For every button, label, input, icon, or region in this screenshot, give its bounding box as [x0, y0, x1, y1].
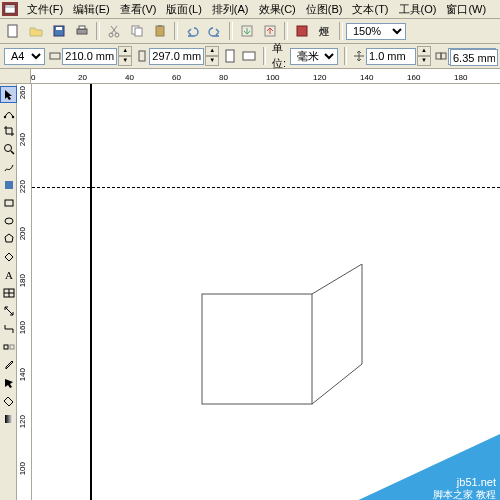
standard-toolbar: 烴 150% [0, 19, 500, 44]
nudge-field: ▲▼ [353, 46, 431, 66]
menu-layout[interactable]: 版面(L) [161, 2, 206, 17]
page-width-input[interactable] [62, 48, 117, 65]
pick-tool[interactable] [0, 86, 17, 103]
zoom-tool[interactable] [0, 140, 17, 157]
open-button[interactable] [25, 20, 47, 42]
save-button[interactable] [48, 20, 70, 42]
height-spinner[interactable]: ▲▼ [205, 46, 219, 66]
portrait-button[interactable] [223, 45, 237, 67]
svg-point-27 [5, 218, 13, 224]
import-button[interactable] [236, 20, 258, 42]
separator [229, 22, 233, 40]
canvas[interactable]: jb51.net 脚本之家 教程 [32, 84, 500, 500]
menu-file[interactable]: 文件(F) [22, 2, 68, 17]
drawing-content [192, 264, 392, 414]
new-button[interactable] [2, 20, 24, 42]
menu-bar: 文件(F) 编辑(E) 查看(V) 版面(L) 排列(A) 效果(C) 位图(B… [0, 0, 500, 19]
nudge-spinner[interactable]: ▲▼ [417, 46, 431, 66]
duplicate-y-field [450, 49, 498, 66]
page-width-field: ▲▼ [49, 46, 132, 66]
unit-select[interactable]: 毫米 [290, 48, 338, 65]
svg-rect-14 [297, 26, 307, 36]
crop-tool[interactable] [0, 122, 17, 139]
eyedropper-tool[interactable] [0, 356, 17, 373]
print-button[interactable] [71, 20, 93, 42]
polygon-tool[interactable] [0, 230, 17, 247]
shape-tool[interactable] [0, 104, 17, 121]
app-icon [2, 2, 18, 16]
menu-arrange[interactable]: 排列(A) [207, 2, 254, 17]
svg-rect-4 [77, 29, 87, 34]
ruler-horizontal[interactable]: 020406080100120140160180 [31, 69, 500, 84]
width-spinner[interactable]: ▲▼ [118, 46, 132, 66]
workspace: A 260240220200180160140120100 jb51.net 脚… [0, 84, 500, 500]
svg-rect-26 [5, 200, 13, 206]
redo-button[interactable] [204, 20, 226, 42]
menu-text[interactable]: 文本(T) [347, 2, 393, 17]
watermark-site: jb51.net [433, 476, 496, 488]
connector-tool[interactable] [0, 320, 17, 337]
dimension-tool[interactable] [0, 302, 17, 319]
dup-x-icon [435, 50, 447, 62]
svg-text:烴: 烴 [318, 26, 329, 37]
text-tool[interactable]: A [0, 266, 17, 283]
menu-effects[interactable]: 效果(C) [254, 2, 301, 17]
interactive-blend-tool[interactable] [0, 338, 17, 355]
page-height-field: ▲▼ [136, 46, 219, 66]
landscape-button[interactable] [241, 45, 257, 67]
table-tool[interactable] [0, 284, 17, 301]
svg-rect-33 [202, 294, 312, 404]
svg-rect-30 [4, 345, 8, 349]
page-edge [90, 84, 92, 500]
menu-tools[interactable]: 工具(O) [394, 2, 442, 17]
app-launcher-button[interactable] [291, 20, 313, 42]
svg-rect-9 [135, 28, 142, 36]
separator [96, 22, 100, 40]
menu-edit[interactable]: 编辑(E) [68, 2, 115, 17]
svg-rect-1 [8, 25, 17, 37]
fill-tool[interactable] [0, 392, 17, 409]
outline-tool[interactable] [0, 374, 17, 391]
height-icon [136, 50, 148, 62]
unit-label: 单位: [272, 41, 286, 71]
interactive-fill-tool[interactable] [0, 410, 17, 427]
svg-rect-32 [5, 415, 13, 423]
nudge-icon [353, 50, 365, 62]
separator [284, 22, 288, 40]
svg-rect-10 [156, 26, 164, 36]
copy-button[interactable] [126, 20, 148, 42]
dup-y-input[interactable] [450, 49, 498, 66]
nudge-input[interactable] [366, 48, 416, 65]
freehand-tool[interactable] [0, 158, 17, 175]
corel-online-button[interactable]: 烴 [314, 20, 336, 42]
cut-button[interactable] [103, 20, 125, 42]
svg-rect-31 [10, 345, 14, 349]
svg-rect-17 [139, 51, 145, 61]
separator [263, 47, 266, 65]
rectangle-tool[interactable] [0, 194, 17, 211]
svg-rect-25 [5, 181, 13, 189]
paste-button[interactable] [149, 20, 171, 42]
guideline[interactable] [32, 187, 500, 188]
export-button[interactable] [259, 20, 281, 42]
ruler-origin[interactable] [0, 69, 31, 84]
watermark-text: 脚本之家 教程 [433, 488, 496, 500]
svg-rect-20 [436, 53, 441, 59]
paper-size-select[interactable]: A4 [4, 48, 45, 65]
menu-window[interactable]: 窗口(W) [441, 2, 491, 17]
menu-view[interactable]: 查看(V) [115, 2, 162, 17]
svg-rect-19 [243, 52, 255, 60]
ellipse-tool[interactable] [0, 212, 17, 229]
undo-button[interactable] [181, 20, 203, 42]
basic-shapes-tool[interactable] [0, 248, 17, 265]
page-height-input[interactable] [149, 48, 204, 65]
svg-point-23 [11, 115, 13, 117]
ruler-vertical[interactable]: 260240220200180160140120100 [17, 84, 32, 500]
svg-rect-21 [441, 53, 446, 59]
zoom-select[interactable]: 150% [346, 23, 406, 40]
width-icon [49, 50, 61, 62]
menu-bitmap[interactable]: 位图(B) [301, 2, 348, 17]
smart-fill-tool[interactable] [0, 176, 17, 193]
svg-point-22 [3, 115, 5, 117]
svg-rect-0 [5, 5, 15, 13]
